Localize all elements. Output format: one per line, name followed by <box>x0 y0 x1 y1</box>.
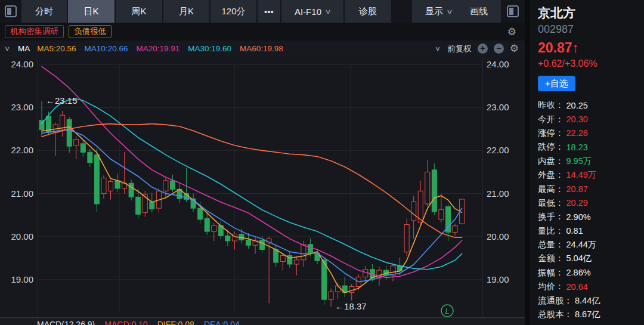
price-change: +0.62/+3.06% <box>538 57 644 70</box>
stat-value: 20.30 <box>566 114 588 124</box>
stat-label: 流通股： <box>538 295 572 307</box>
stat-label: 均价： <box>538 281 564 292</box>
right-panel-toggle-button[interactable] <box>501 0 525 23</box>
add-watchlist-button[interactable]: +自选 <box>538 76 575 91</box>
stat-value: 20.25 <box>566 101 588 110</box>
stat-label: 总股本： <box>538 309 572 320</box>
svg-text:L: L <box>445 307 449 315</box>
indicator-settings-gear-icon[interactable]: ⚙ <box>510 44 519 54</box>
tab-minute[interactable]: 分时 <box>21 0 67 23</box>
y-axis-label-right: 19.00 <box>487 274 509 284</box>
signal-tag-bar: 机构密集调研负债很低⚙ <box>0 23 525 41</box>
adjust-mode-dropdown[interactable]: 前复权 <box>447 44 472 54</box>
quote-panel: 京北方 002987 20.87↑ +0.62/+3.06% +自选 昨收：20… <box>525 0 644 325</box>
current-price: 20.87↑ <box>538 38 644 57</box>
y-axis-label-left: 23.00 <box>11 102 33 112</box>
sub-indicator-item: MACD(12,26,9) <box>37 320 95 325</box>
stock-app-window: 分时日K周K月K120分••• AI-F10 ∨ 诊股 显示 ∨ 画线 <box>0 0 644 325</box>
up-arrow-icon: ↑ <box>572 40 580 55</box>
stat-label: 昨收： <box>538 100 564 111</box>
stat-row-total-vol: 总量：24.44万 <box>538 238 644 252</box>
stat-label: 最高： <box>538 184 564 195</box>
tab-more[interactable]: ••• <box>258 0 280 23</box>
kline-chart[interactable]: 24.0024.0023.0023.0022.0022.0021.0021.00… <box>0 57 525 317</box>
stat-row-avg-price: 均价：20.64 <box>538 280 644 293</box>
stat-value: 24.44万 <box>566 239 597 250</box>
price-annotation: ←23.15 <box>46 95 78 106</box>
stat-label: 今开： <box>538 114 564 125</box>
y-axis-label-right: 24.00 <box>487 59 509 69</box>
stat-row-low: 最低：20.29 <box>538 196 644 210</box>
sub-indicator-bar[interactable]: MACD(12,26,9)MACD:0.10DIFF:0.08DEA:0.04 <box>0 317 525 325</box>
stat-value: 8.44亿 <box>575 295 600 307</box>
tag-low-debt[interactable]: 负债很低 <box>69 25 112 38</box>
kline-chart-svg: 24.0024.0023.0023.0022.0022.0021.0021.00… <box>0 57 520 317</box>
stat-label: 量比： <box>538 225 564 237</box>
adjust-chevron-icon: ∨ <box>435 45 441 52</box>
sub-indicator-item: DIFF:0.08 <box>157 320 194 325</box>
right-panel-toggle-icon <box>507 5 519 17</box>
ma-collapse-chevron-icon[interactable]: ∨ <box>4 45 10 52</box>
display-dropdown[interactable]: 显示 ∨ <box>425 6 452 17</box>
zoom-out-button[interactable]: − <box>494 44 504 54</box>
left-panel-toggle-button[interactable] <box>0 0 21 23</box>
tab-120min[interactable]: 120分 <box>210 0 256 23</box>
chevron-down-icon: ∨ <box>446 8 453 16</box>
chevron-down-icon: ∨ <box>324 8 332 16</box>
period-toolbar: 分时日K周K月K120分••• AI-F10 ∨ 诊股 显示 ∨ 画线 <box>0 0 525 23</box>
stat-value: 0.81 <box>566 226 583 236</box>
stat-label: 涨停： <box>538 128 564 139</box>
stat-row-turnover: 换手：2.90% <box>538 210 644 224</box>
stat-label: 总量： <box>538 239 564 250</box>
left-panel-toggle-icon <box>5 5 17 17</box>
stat-value: 22.28 <box>566 128 588 138</box>
stat-row-outer-vol: 外盘：14.49万 <box>538 168 644 182</box>
tab-daily-k[interactable]: 日K <box>68 0 114 23</box>
y-axis-label-left: 21.00 <box>11 188 33 199</box>
y-axis-label-right: 23.00 <box>487 102 509 112</box>
tag-institution-research[interactable]: 机构密集调研 <box>5 25 64 38</box>
chart-pane: 分时日K周K月K120分••• AI-F10 ∨ 诊股 显示 ∨ 画线 <box>0 0 525 325</box>
ma-legend-bar: ∨ MA MA5:20.56MA10:20.66MA20:19.91MA30:1… <box>0 41 525 57</box>
display-label: 显示 <box>425 6 443 17</box>
tab-weekly-k[interactable]: 周K <box>116 0 162 23</box>
y-axis-label-right: 22.00 <box>487 145 509 155</box>
diagnose-label: 诊股 <box>359 6 377 17</box>
draw-line-button[interactable]: 画线 <box>470 6 488 17</box>
stat-value: 5.04亿 <box>566 253 592 264</box>
ma-legends: MA5:20.56MA10:20.66MA20:19.91MA30:19.60M… <box>37 44 283 53</box>
stat-value: 8.67亿 <box>575 309 600 320</box>
stat-label: 振幅： <box>538 267 564 278</box>
stat-value: 18.23 <box>566 143 588 152</box>
y-axis-label-left: 20.00 <box>11 231 33 242</box>
ai-f10-label: AI-F10 <box>295 7 321 17</box>
stat-row-inner-vol: 内盘：9.95万 <box>538 154 644 168</box>
ma20-legend: MA20:19.91 <box>136 44 179 53</box>
stat-label: 金额： <box>538 253 564 264</box>
stat-row-prev-close: 昨收：20.25 <box>538 98 644 112</box>
tab-monthly-k[interactable]: 月K <box>163 0 209 23</box>
stat-row-limit-down: 跌停：18.23 <box>538 140 644 154</box>
y-axis-label-right: 20.00 <box>487 231 509 242</box>
stock-code: 002987 <box>538 21 644 37</box>
y-axis-label-left: 24.00 <box>11 59 33 69</box>
ma-group-label: MA <box>18 44 30 53</box>
y-axis-label-left: 22.00 <box>11 145 33 155</box>
zoom-in-button[interactable]: + <box>478 44 488 54</box>
ma10-legend: MA10:20.66 <box>85 44 128 53</box>
tab-diagnose[interactable]: 诊股 <box>345 0 391 23</box>
stat-row-open: 今开：20.30 <box>538 112 644 126</box>
stock-name: 京北方 <box>538 5 644 21</box>
stat-value: 20.87 <box>566 184 588 194</box>
tab-ai-f10[interactable]: AI-F10 ∨ <box>281 0 343 23</box>
period-tabs: 分时日K周K月K120分••• <box>21 0 280 23</box>
stat-row-vol-ratio: 量比：0.81 <box>538 224 644 238</box>
ma60-legend: MA60:19.98 <box>240 44 283 53</box>
settings-gear-icon[interactable]: ⚙ <box>507 27 516 37</box>
stat-value: 20.64 <box>566 282 588 292</box>
price-annotation: ←18.37 <box>335 301 367 311</box>
stat-value: 2.90% <box>566 212 591 222</box>
stats-list: 昨收：20.25今开：20.30涨停：22.28跌停：18.23内盘：9.95万… <box>538 98 644 321</box>
stat-row-limit-up: 涨停：22.28 <box>538 126 644 140</box>
stat-label: 内盘： <box>538 156 564 167</box>
